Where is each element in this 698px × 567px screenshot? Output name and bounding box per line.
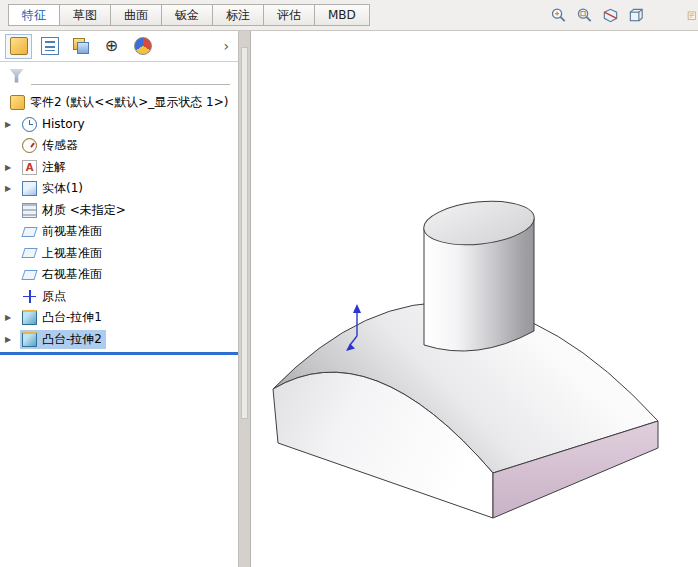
tree-item-boss-extrude1[interactable]: ▶凸台-拉伸1 — [0, 307, 238, 329]
tree-item-origin[interactable]: 原点 — [0, 286, 238, 308]
ribbon-tab-sketch[interactable]: 草图 — [60, 4, 111, 26]
plane-icon — [21, 270, 37, 280]
panel-tabs-overflow-chevron-icon[interactable]: › — [216, 39, 236, 53]
featuremanager-tab[interactable] — [5, 34, 32, 59]
dimxpertmanager-tab[interactable]: ⊕ — [98, 34, 125, 59]
filter-funnel-icon[interactable] — [9, 69, 24, 83]
plane-icon — [21, 227, 37, 237]
solidworks-window: 特征草图曲面钣金标注评估MBD ⊕ › 零件2 (默认<<默认>_显示状态 1>… — [0, 0, 698, 567]
panel-tab-bar: ⊕ › — [0, 31, 238, 62]
tree-item-highlight: History — [20, 116, 89, 133]
tree-item-label: 前视基准面 — [42, 223, 102, 240]
annot-icon — [22, 160, 37, 175]
tree-item-highlight: 凸台-拉伸1 — [20, 308, 106, 327]
tree-root-label: 零件2 (默认<<默认>_显示状态 1>) — [30, 94, 228, 111]
plane-icon — [21, 248, 37, 258]
tree-item-label: 凸台-拉伸1 — [42, 309, 102, 326]
tree-item-label: 实体(1) — [42, 180, 83, 197]
ribbon-tab-sheet-metal[interactable]: 钣金 — [162, 4, 213, 26]
tree-item-material[interactable]: 材质 <未指定> — [0, 200, 238, 222]
tree-item-highlight: 原点 — [20, 287, 70, 306]
tree-item-label: History — [42, 117, 85, 131]
tree-item-highlight: 注解 — [20, 158, 70, 177]
tree-item-label: 上视基准面 — [42, 245, 102, 262]
tree-item-label: 原点 — [42, 288, 66, 305]
extrude-icon — [22, 332, 37, 347]
tree-item-highlight: 传感器 — [20, 136, 82, 155]
tree-item-highlight: 右视基准面 — [20, 265, 106, 284]
tree-root-item[interactable]: 零件2 (默认<<默认>_显示状态 1>) — [0, 92, 238, 114]
tree-item-label: 注解 — [42, 159, 66, 176]
material-icon — [22, 203, 37, 218]
tree-item-label: 凸台-拉伸2 — [42, 331, 102, 348]
feature-tree: 零件2 (默认<<默认>_显示状态 1>) ▶History传感器▶注解▶实体(… — [0, 89, 238, 350]
config-manager-icon — [72, 37, 90, 55]
ribbon-tab-evaluate[interactable]: 评估 — [264, 4, 315, 26]
displaymanager-tab[interactable] — [129, 34, 156, 59]
tree-item-highlight: 凸台-拉伸2 — [20, 330, 106, 349]
ribbon-tab-surfaces[interactable]: 曲面 — [111, 4, 162, 26]
panel-splitter[interactable] — [238, 31, 251, 567]
display-manager-icon — [134, 37, 152, 55]
tree-item-label: 材质 <未指定> — [42, 202, 126, 219]
tree-item-front-plane[interactable]: 前视基准面 — [0, 221, 238, 243]
ribbon-tab-bar: 特征草图曲面钣金标注评估MBD — [0, 0, 698, 31]
expand-arrow-icon[interactable]: ▶ — [5, 120, 20, 129]
tree-item-history[interactable]: ▶History — [0, 114, 238, 136]
panel-tabs: ⊕ — [5, 34, 156, 59]
tree-item-label: 右视基准面 — [42, 266, 102, 283]
tree-filter-input[interactable] — [31, 67, 230, 85]
ribbon-tabs: 特征草图曲面钣金标注评估MBD — [8, 0, 370, 30]
tree-item-highlight: 实体(1) — [20, 179, 87, 198]
graphics-area[interactable] — [251, 31, 698, 567]
tree-item-annotations[interactable]: ▶注解 — [0, 157, 238, 179]
main-content: ⊕ › 零件2 (默认<<默认>_显示状态 1>) ▶History传感器▶注解… — [0, 31, 698, 567]
rollback-bar[interactable] — [0, 352, 238, 355]
expand-arrow-icon[interactable]: ▶ — [5, 313, 20, 322]
expand-arrow-icon[interactable]: ▶ — [5, 335, 20, 344]
tree-root-highlight: 零件2 (默认<<默认>_显示状态 1>) — [8, 93, 232, 112]
tree-item-label: 传感器 — [42, 137, 78, 154]
view-orientation-icon[interactable] — [625, 4, 648, 27]
ribbon-tab-mbd[interactable]: MBD — [315, 4, 370, 26]
dimxpert-manager-icon: ⊕ — [103, 37, 121, 55]
tree-item-right-plane[interactable]: 右视基准面 — [0, 264, 238, 286]
origin-icon — [22, 289, 37, 304]
ribbon-tab-features[interactable]: 特征 — [8, 4, 60, 26]
tree-item-highlight: 材质 <未指定> — [20, 201, 130, 220]
splitter-thumb[interactable] — [241, 47, 248, 419]
document-icon[interactable] — [687, 4, 698, 27]
tree-item-sensors[interactable]: 传感器 — [0, 135, 238, 157]
section-view-icon[interactable] — [599, 4, 622, 27]
tree-item-boss-extrude2[interactable]: ▶凸台-拉伸2 — [0, 329, 238, 351]
quick-icons — [547, 4, 698, 27]
part-icon — [10, 95, 25, 110]
sensor-icon — [22, 138, 37, 153]
tree-item-highlight: 上视基准面 — [20, 244, 106, 263]
property-manager-icon — [41, 37, 59, 55]
tree-item-solid-bodies[interactable]: ▶实体(1) — [0, 178, 238, 200]
model-canvas[interactable] — [251, 31, 698, 567]
zoom-previous-icon[interactable] — [547, 4, 570, 27]
feature-manager-panel: ⊕ › 零件2 (默认<<默认>_显示状态 1>) ▶History传感器▶注解… — [0, 31, 238, 567]
extrude-icon — [22, 310, 37, 325]
expand-arrow-icon[interactable]: ▶ — [5, 163, 20, 172]
history-icon — [22, 117, 37, 132]
tree-item-top-plane[interactable]: 上视基准面 — [0, 243, 238, 265]
propertymanager-tab[interactable] — [36, 34, 63, 59]
tree-filter-row — [0, 62, 238, 89]
expand-arrow-icon[interactable]: ▶ — [5, 184, 20, 193]
ribbon-tab-markup[interactable]: 标注 — [213, 4, 264, 26]
configurationmanager-tab[interactable] — [67, 34, 94, 59]
tree-item-highlight: 前视基准面 — [20, 222, 106, 241]
zoom-fit-icon[interactable] — [573, 4, 596, 27]
bodies-icon — [22, 181, 37, 196]
feature-manager-icon — [10, 37, 28, 55]
